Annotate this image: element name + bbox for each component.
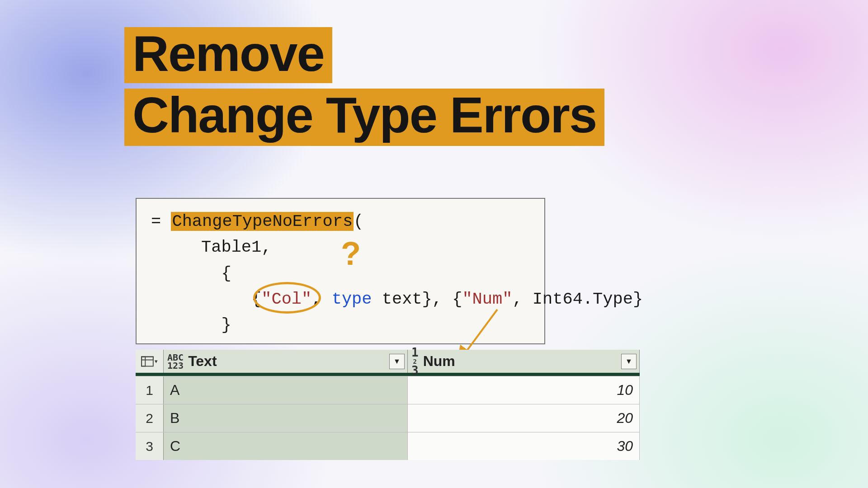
- chevron-down-icon: ▼: [625, 357, 632, 366]
- table-row[interactable]: 3 C 30: [136, 432, 640, 460]
- formula-col2-type: Int64.Type: [533, 290, 633, 309]
- svg-rect-2: [142, 357, 153, 360]
- formula-close-list: }: [221, 315, 231, 334]
- svg-rect-3: [142, 357, 145, 366]
- row-index: 3: [136, 432, 164, 460]
- formula-function-name: ChangeTypeNoErrors: [171, 212, 354, 231]
- formula-type-keyword: type: [332, 290, 372, 309]
- row-index: 1: [136, 376, 164, 404]
- cell-text[interactable]: A: [164, 376, 408, 404]
- formula-open-list: {: [221, 264, 231, 283]
- cell-text[interactable]: B: [164, 404, 408, 432]
- cell-num[interactable]: 20: [408, 404, 640, 432]
- column-header-text[interactable]: ABC123 Text ▼: [164, 350, 408, 373]
- preview-table: ▾ ABC123 Text ▼ 123 Num ▼ 1 A 10 2 B: [136, 350, 640, 460]
- formula-bar[interactable]: = ChangeTypeNoErrors( Table1, { {"Col", …: [136, 198, 545, 344]
- table-icon: [141, 356, 154, 367]
- table-body: 1 A 10 2 B 20 3 C 30: [136, 376, 640, 460]
- formula-col2-name: "Num": [462, 290, 512, 309]
- svg-rect-1: [142, 357, 153, 366]
- table-row[interactable]: 2 B 20: [136, 404, 640, 432]
- headline-line1: Remove: [124, 27, 332, 83]
- cell-num[interactable]: 10: [408, 376, 640, 404]
- formula-eq: =: [151, 212, 171, 231]
- headline: Remove Change Type Errors: [124, 27, 604, 146]
- chevron-down-icon: ▾: [155, 358, 158, 365]
- cell-num[interactable]: 30: [408, 432, 640, 460]
- formula-col1-name: "Col": [261, 290, 311, 309]
- table-row[interactable]: 1 A 10: [136, 376, 640, 404]
- column-headers: ▾ ABC123 Text ▼ 123 Num ▼: [136, 350, 640, 376]
- datatype-any-icon: ABC123: [167, 353, 184, 370]
- datatype-int-icon: 123: [411, 347, 419, 376]
- column-filter-button[interactable]: ▼: [621, 354, 637, 369]
- formula-col1-type: text: [382, 290, 422, 309]
- chevron-down-icon: ▼: [393, 357, 401, 366]
- headline-line2: Change Type Errors: [124, 89, 604, 146]
- column-header-label: Num: [423, 353, 455, 370]
- formula-content: = ChangeTypeNoErrors( Table1, { {"Col", …: [137, 199, 544, 338]
- formula-arg-table: Table1: [201, 238, 261, 257]
- table-corner-menu[interactable]: ▾: [136, 350, 164, 373]
- row-index: 2: [136, 404, 164, 432]
- column-header-num[interactable]: 123 Num ▼: [408, 350, 640, 373]
- column-header-label: Text: [188, 353, 217, 370]
- column-filter-button[interactable]: ▼: [389, 354, 405, 369]
- question-mark-annotation: ?: [341, 235, 361, 272]
- cell-text[interactable]: C: [164, 432, 408, 460]
